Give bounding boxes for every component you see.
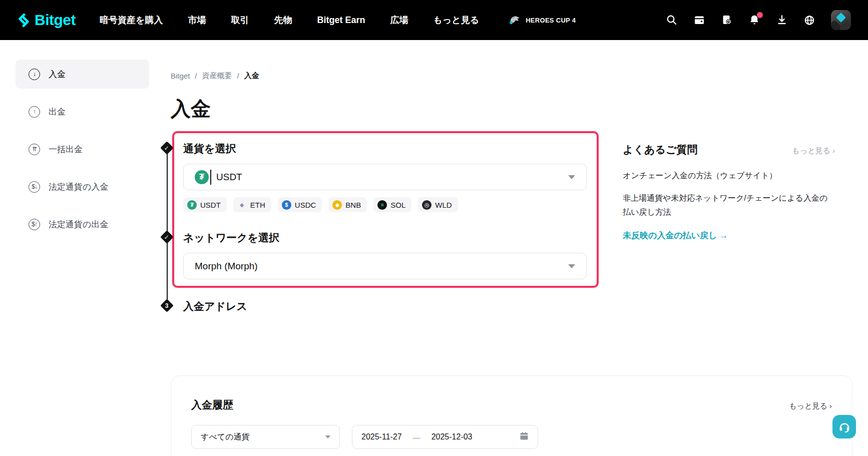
headset-icon [838,420,851,433]
coin-chip[interactable]: ◆ ETH [233,197,271,212]
search-icon[interactable] [666,14,678,26]
currency-filter-value: すべての通貨 [201,432,250,442]
breadcrumb-home[interactable]: Bitget [171,72,190,80]
breadcrumb: Bitget / 資産概要 / 入金 [171,71,259,81]
sidebar-item-label: 法定通貨の出金 [49,219,108,230]
customer-support-button[interactable] [832,415,856,438]
nav-actions [666,10,851,30]
globe-language-icon[interactable] [803,14,815,26]
faq-item[interactable]: オンチェーン入金の方法（ウェブサイト） [623,169,835,183]
nav-menu-item[interactable]: 暗号資産を購入 [100,14,163,26]
faq-item[interactable]: 非上場通貨や未対応ネットワーク/チェーンによる入金の払い戻し方法 [623,191,835,219]
step1-check-icon: ✓ [160,141,174,155]
orders-history-icon[interactable] [721,14,733,26]
coin-icon: ◆ [332,200,342,210]
sidebar-item-label: 一括出金 [49,144,83,155]
breadcrumb-current: 入金 [244,71,259,81]
coin-icon: ◎ [422,200,431,210]
faq-section: よくあるご質問 もっと見る › オンチェーン入金の方法（ウェブサイト）非上場通貨… [623,143,835,241]
tether-coin-icon: ₮ [195,170,209,184]
coin-symbol: ETH [250,201,265,209]
history-title: 入金履歴 [191,398,233,412]
coin-symbol: WLD [435,201,452,209]
step3-number-icon: 3 [160,299,174,312]
currency-select-value: USDT [216,172,242,183]
wallet-icon[interactable] [693,14,705,26]
deposit-page: Bitget 暗号資産を購入市場取引先物Bitget Earn広場もっと見る H… [0,0,868,456]
network-select[interactable]: Morph (Morph) [183,253,587,279]
sidebar-item-icon: $↓ [29,181,40,193]
coin-icon: $ [282,200,291,210]
coin-chip[interactable]: ≡ SOL [373,197,411,212]
step1-title: 通貨を選択 [183,142,236,156]
quick-coin-chips: ₮ USDT ◆ ETH $ USDC ◆ BNB ≡ SOL ◎ WLD [183,197,458,212]
sidebar-item[interactable]: $↑ 法定通貨の出金 [16,210,149,239]
chevron-down-icon [568,175,575,179]
date-range-picker[interactable]: 2025-11-27 — 2025-12-03 [352,425,538,449]
nav-menu-item[interactable]: Bitget Earn [317,15,365,26]
sidebar-item[interactable]: ⇈ 一括出金 [16,135,149,164]
sidebar-item[interactable]: ↓ 入金 [16,60,149,89]
sidebar-item[interactable]: $↓ 法定通貨の入金 [16,172,149,201]
coin-chip[interactable]: ◎ WLD [418,197,458,212]
brand-name: Bitget [35,12,76,29]
coin-chip[interactable]: $ USDC [278,197,322,212]
currency-filter-select[interactable]: すべての通貨 [191,425,340,449]
bitget-logo-icon [17,14,31,27]
nav-menu-item[interactable]: 市場 [188,14,206,26]
coin-icon: ◆ [237,200,247,210]
step-connector-line [167,148,168,306]
sidebar-item[interactable]: ↑ 出金 [16,97,149,126]
breadcrumb-separator: / [237,72,239,80]
date-separator: — [413,433,420,441]
history-more-link[interactable]: もっと見る › [789,401,832,411]
faq-header: よくあるご質問 もっと見る › [623,143,835,157]
nav-menu-item[interactable]: 広場 [390,14,408,26]
sidebar-item-icon: ↑ [29,106,40,118]
breadcrumb-assets[interactable]: 資産概要 [202,71,232,81]
faq-list: オンチェーン入金の方法（ウェブサイト）非上場通貨や未対応ネットワーク/チェーンに… [623,169,835,219]
refund-link[interactable]: 未反映の入金の払い戻し → [623,230,835,241]
page-title: 入金 [171,95,211,123]
sidebar-item-label: 法定通貨の入金 [49,181,108,193]
currency-select[interactable]: ₮ USDT [183,164,587,190]
coin-symbol: USDT [200,201,221,209]
network-select-value: Morph (Morph) [195,261,258,272]
step3-title: 入金アドレス [183,299,247,313]
notification-dot [757,12,763,18]
nav-menu-item[interactable]: 先物 [274,14,292,26]
nav-menu-item[interactable]: 取引 [231,14,249,26]
download-app-icon[interactable] [776,14,788,26]
step2-check-icon: ✓ [160,230,174,244]
sidebar-item-label: 出金 [49,106,66,118]
notification-bell-icon[interactable] [748,14,760,26]
sidebar-item-icon: ⇈ [29,144,40,155]
deposit-history-card: 入金履歴 もっと見る › すべての通貨 2025-11-27 — 2025-12… [171,375,852,456]
coin-icon: ≡ [377,200,387,210]
coin-symbol: USDC [295,201,316,209]
calendar-icon [520,431,529,442]
coin-icon: ₮ [187,200,197,210]
coin-symbol: SOL [390,201,405,209]
heroes-cup-label: HEROES CUP 4 [526,17,576,24]
sidebar-item-label: 入金 [49,69,66,80]
history-filters: すべての通貨 2025-11-27 — 2025-12-03 [191,425,832,449]
sidebar-item-icon: $↑ [29,219,40,230]
coin-symbol: BNB [345,201,361,209]
step2-title: ネットワークを選択 [183,231,279,245]
heroes-cup-icon [508,14,521,27]
nav-menu-item[interactable]: もっと見る [433,14,479,26]
bitget-logo[interactable]: Bitget [17,12,76,29]
avatar-gem-icon [836,13,846,23]
heroes-cup-badge[interactable]: HEROES CUP 4 [508,14,576,27]
faq-more-link[interactable]: もっと見る › [792,146,835,156]
history-header: 入金履歴 もっと見る › [191,398,832,412]
faq-title: よくあるご質問 [623,143,697,157]
coin-chip[interactable]: ₮ USDT [183,197,227,212]
breadcrumb-separator: / [195,72,197,80]
date-from: 2025-11-27 [361,432,402,441]
chevron-down-icon [325,435,330,438]
profile-avatar[interactable] [831,10,851,30]
asset-sidebar: ↓ 入金 ↑ 出金 ⇈ 一括出金 $↓ 法定通貨の入金 $↑ 法定通貨の出金 [16,60,149,247]
coin-chip[interactable]: ◆ BNB [328,197,367,212]
